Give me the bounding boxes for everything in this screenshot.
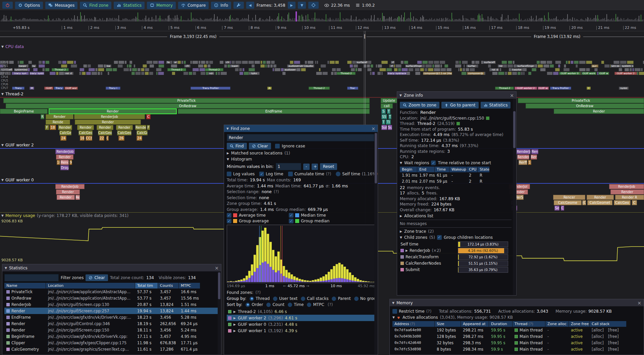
timeline-zone[interactable]: Render bbox=[517, 154, 529, 160]
memory-column-address[interactable]: Address(?) bbox=[392, 321, 435, 327]
timeline-zone[interactable]: CalcGeo bbox=[59, 130, 71, 135]
timeline-zone[interactable]: Render bbox=[135, 125, 146, 130]
cpu-zone[interactable]: tracy_syn bbox=[12, 72, 29, 75]
clear-filter-button[interactable]: Clear bbox=[86, 274, 108, 281]
help-icon[interactable]: (?) bbox=[274, 189, 279, 194]
callstack-alloc-link[interactable]: [alloc] bbox=[592, 347, 604, 352]
toolbar-button-tools[interactable] bbox=[233, 2, 244, 9]
cpu-zone[interactable]: composer@ bbox=[467, 72, 484, 75]
close-icon[interactable]: × bbox=[371, 126, 375, 131]
radio-button[interactable] bbox=[301, 297, 305, 301]
cpu-zone[interactable]: surfacefinge bbox=[405, 64, 423, 68]
timeline-zone[interactable]: Render bbox=[46, 114, 73, 119]
matched-source-locations[interactable]: ▶ Matched source locations (1) bbox=[227, 151, 375, 156]
stats-column-location[interactable]: Location bbox=[46, 283, 135, 289]
checkbox-cumulate-time[interactable]: Cumulate time(?) bbox=[288, 172, 331, 176]
radio-button[interactable] bbox=[288, 303, 292, 307]
child-zone-row[interactable]: Self time172.14 µs (3.83%) bbox=[400, 241, 512, 248]
timeline-zone[interactable]: 26 bbox=[118, 136, 124, 141]
wait-region-row[interactable]: 1.91 ms1.97 ms61 µs-2R bbox=[400, 172, 512, 178]
cpu-zone[interactable]: Trac bbox=[347, 87, 358, 90]
timeline-zone[interactable]: Render bbox=[116, 125, 133, 130]
checkbox[interactable] bbox=[336, 172, 340, 176]
timeline-zone[interactable]: Tl bbox=[386, 120, 391, 125]
statistics-titlebar[interactable]: ▼ Statistics × bbox=[2, 264, 221, 271]
timeline-zone[interactable]: CalcGeo bbox=[117, 130, 131, 135]
timeline-zone[interactable]: Render bbox=[610, 189, 644, 194]
statistics-row[interactable]: OnRedrawjni/../jni/src/claw/application/… bbox=[4, 295, 219, 301]
timeline-zone[interactable]: Rend bbox=[531, 149, 538, 154]
timeline-zone[interactable]: PrivateTick bbox=[3, 98, 370, 103]
cpu-zone[interactable]: sy bbox=[32, 64, 36, 68]
crosshair-button[interactable] bbox=[308, 2, 319, 9]
legend-group-median[interactable]: Group median bbox=[289, 219, 375, 223]
cpu-zone[interactable]: GUIF work bbox=[582, 72, 596, 75]
allocations-list-header[interactable]: ▶ Allocations list bbox=[400, 214, 512, 218]
checkbox-log-time[interactable]: Log time bbox=[259, 172, 283, 176]
memory-column-appeared-at[interactable]: Appeared at bbox=[461, 321, 489, 327]
child-zones-header[interactable]: ▼ Child zones (5) Group children locatio… bbox=[400, 235, 512, 240]
timeline-zone[interactable]: (C bbox=[582, 200, 586, 205]
cpu-zone[interactable]: rot_d bbox=[64, 72, 73, 75]
memory-column-zone-alloc[interactable]: Zone alloc bbox=[545, 321, 569, 327]
timeline-zone[interactable]: CC8 bbox=[86, 136, 92, 141]
timeline-zone[interactable]: EndFrame bbox=[178, 109, 370, 114]
scrollbar[interactable] bbox=[218, 272, 221, 354]
cpu-zone[interactable]: GUIF bbox=[44, 87, 53, 90]
timeline-zone[interactable]: call bbox=[381, 103, 393, 108]
timeline-zone[interactable]: RenderJob bbox=[55, 184, 84, 189]
timeline-zone[interactable]: CalcGeo bbox=[614, 200, 631, 205]
collapse-icon[interactable]: ▼ bbox=[1, 214, 4, 217]
toolbar-button-compare[interactable]: Compare bbox=[178, 2, 209, 9]
close-icon[interactable]: × bbox=[637, 301, 641, 305]
toolbar-button-info[interactable]: Info bbox=[211, 2, 231, 9]
toolbar-button-options[interactable]: Options bbox=[15, 2, 43, 9]
timeline-zone[interactable]: BeginFrame bbox=[0, 109, 48, 114]
thread-header-guif-worker-0[interactable]: ▼GUIF worker 0 bbox=[1, 177, 34, 183]
group-by-option-no-grouping[interactable]: No grouping bbox=[354, 296, 375, 301]
timeline-zone[interactable]: 24 bbox=[60, 136, 66, 141]
timeline-zone[interactable]: OnRedraw bbox=[6, 103, 370, 108]
cpu-zone[interactable]: Thread-2 bbox=[495, 87, 514, 90]
frame-time-strip[interactable] bbox=[0, 11, 644, 23]
thread-header-thread-2[interactable]: ▼Thread-2 bbox=[1, 91, 23, 97]
help-icon[interactable]: (?) bbox=[326, 172, 331, 176]
frame-markers-row[interactable]: Frame 3,193 (22.45 ms) ║ Frame 3,194 (13… bbox=[0, 31, 644, 43]
cpu-zone[interactable]: systemleds bbox=[14, 68, 28, 71]
cpu-zone[interactable]: M bbox=[30, 87, 34, 90]
checkbox[interactable] bbox=[259, 172, 264, 176]
timeline-zone[interactable]: Render bbox=[56, 154, 73, 160]
stats-column-name[interactable]: Name bbox=[4, 283, 46, 289]
checkbox[interactable] bbox=[289, 219, 293, 223]
sort-by-option-time[interactable]: Time bbox=[288, 302, 304, 307]
thread-name[interactable]: Thread-2 bbox=[417, 121, 435, 126]
timeline-zone[interactable]: Render bbox=[58, 125, 72, 130]
allocation-row[interactable]: 0x7e049b3d00128 bytes298.27 ms59.95 sMai… bbox=[392, 333, 641, 340]
radio-button[interactable] bbox=[332, 297, 336, 301]
timeline-zone[interactable]: R bbox=[41, 114, 45, 119]
timeline-zone[interactable]: F bbox=[45, 125, 49, 130]
cpu-zone[interactable]: kwot bbox=[230, 64, 239, 68]
wait-column-time[interactable]: Time bbox=[435, 167, 449, 172]
timeline-zone[interactable]: Render bbox=[49, 109, 176, 114]
timeline-zone[interactable]: Rende bbox=[46, 120, 70, 125]
timeline-zone[interactable]: Render bbox=[77, 125, 94, 130]
scrollbar[interactable] bbox=[513, 99, 516, 295]
callstack-alloc-link[interactable]: [alloc] bbox=[592, 334, 604, 339]
radio-button[interactable] bbox=[246, 303, 250, 307]
min-values-input[interactable] bbox=[276, 163, 301, 170]
timeline-zone[interactable]: OnRedraw bbox=[526, 103, 644, 108]
child-zone-row[interactable]: CalcRenderNodes51.51 µs (1.15%) bbox=[400, 260, 512, 267]
timeline-zone[interactable]: Render bbox=[57, 195, 75, 200]
ignore-case-checkbox[interactable] bbox=[275, 144, 280, 148]
collapse-icon[interactable]: ▼ bbox=[226, 127, 229, 130]
found-zone-group-guif-worker-2[interactable]: ▶GUIF worker 2(3,296)4.61 s bbox=[227, 315, 375, 321]
cpu-zone[interactable]: Tracy Profiler bbox=[550, 87, 571, 90]
checkbox[interactable] bbox=[392, 309, 397, 314]
cpu-zone[interactable]: composer@2.1-se (Hw bbox=[423, 72, 452, 75]
cpu-zone[interactable]: Thread-2 bbox=[309, 87, 330, 90]
zone-trace-header[interactable]: ▶ Zone trace (2) bbox=[400, 229, 512, 234]
help-icon[interactable]: (?) bbox=[426, 309, 432, 314]
checkbox[interactable] bbox=[227, 172, 231, 176]
cpu-zone[interactable]: tracy_systrace bbox=[30, 72, 44, 75]
